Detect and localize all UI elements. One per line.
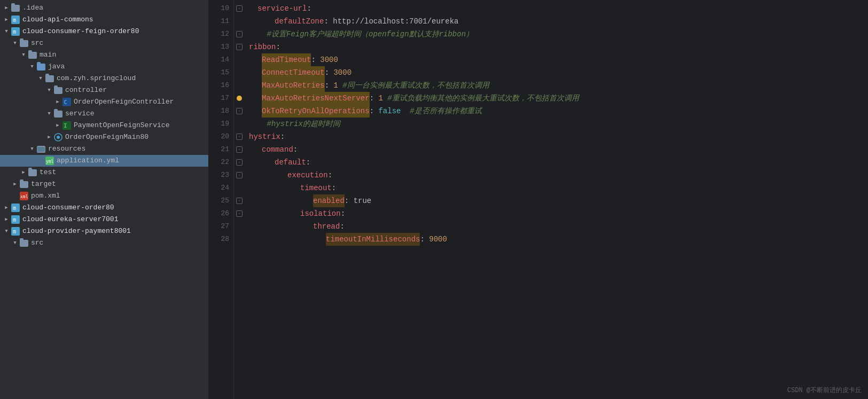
gutter-23[interactable]: - [234,169,245,182]
code-key-command: command [262,143,293,156]
sidebar-item-eureka-server7001[interactable]: ▶ m cloud-eureka-server7001 [0,214,208,225]
folder-icon-src2 [19,238,29,248]
code-key-enabled: enabled [313,194,345,207]
svg-text:m: m [13,205,16,211]
fold-icon-23[interactable]: - [236,172,243,178]
sidebar-label-main80: OrderOpenFeignMain80 [65,131,148,143]
sidebar-item-pom[interactable]: ▶ xml pom.xml [0,190,208,202]
code-colon-23: : [328,169,332,182]
code-val-defaultzone: http://localhost:7001/eureka [333,15,458,28]
arrow-src2: ▼ [11,237,19,249]
code-colon-14: : [311,53,320,66]
editor-gutter: - - - - - - - - - - [234,0,245,399]
folder-icon-idea [11,3,20,13]
sidebar-item-src2[interactable]: ▼ src [0,237,208,249]
sidebar-item-src[interactable]: ▼ src [0,37,208,49]
interface-icon-payment-service: I [62,121,72,130]
folder-icon-java [36,62,46,72]
arrow-provider-payment8001: ▼ [2,225,11,237]
code-colon-15: : [325,66,334,79]
file-tree[interactable]: ▶ .idea ▶ m cloud-api-commons ▼ m cloud-… [0,0,208,399]
folder-icon-src [19,38,29,48]
code-colon-13: : [276,41,280,53]
arrow-idea: ▶ [2,2,11,14]
gutter-21[interactable]: - [234,143,245,156]
svg-text:m: m [13,229,16,234]
sidebar-item-java[interactable]: ▼ java [0,61,208,73]
sidebar-item-main80[interactable]: ▶ OrderOpenFeignMain80 [0,131,208,143]
sidebar-item-idea[interactable]: ▶ .idea [0,2,208,14]
code-line-12: #设置Feign客户端超时时间（openfeign默认支持ribbon） [245,28,868,41]
svg-point-9 [57,136,60,139]
code-key-oktoretry: OkToRetryOnAllOperations [262,105,370,118]
svg-text:m: m [13,17,16,23]
gutter-18[interactable]: - [234,105,245,118]
gutter-13[interactable]: - [234,41,245,53]
code-line-19: #hystrix的超时时间 [245,118,868,130]
code-line-26: isolation: [245,207,868,220]
code-val-oktoretry: false [378,105,401,118]
sidebar-label-target: target [31,178,56,190]
gutter-10[interactable]: - [234,2,245,15]
code-colon-22: : [306,156,310,169]
gutter-20[interactable]: - [234,130,245,143]
module-icon-eureka: m [11,215,20,224]
fold-icon-25[interactable]: - [236,198,243,204]
fold-icon-12[interactable]: - [236,31,243,37]
sidebar-label-provider: cloud-provider-payment8001 [22,225,131,237]
svg-text:yml: yml [46,159,54,164]
fold-icon-10[interactable]: - [236,5,243,12]
arrow-order-controller: ▶ [53,96,62,108]
module-icon-api-commons: m [11,15,20,25]
fold-icon-21[interactable]: - [236,146,243,153]
gutter-16 [234,79,245,92]
sidebar-item-package[interactable]: ▼ com.zyh.springcloud [0,73,208,84]
gutter-22[interactable]: - [234,156,245,169]
gutter-25[interactable]: - [234,194,245,207]
sidebar-item-feign-order80[interactable]: ▼ m cloud-consumer-feign-order80 [0,26,208,37]
gutter-12[interactable]: - [234,28,245,41]
arrow-java: ▼ [28,61,36,73]
gutter-28 [234,233,245,246]
sidebar-item-cloud-api-commons[interactable]: ▶ m cloud-api-commons [0,14,208,26]
sidebar-item-resources[interactable]: ▼ resources [0,143,208,155]
code-key-ribbon: ribbon [249,41,276,53]
sidebar-item-provider-payment8001[interactable]: ▼ m cloud-provider-payment8001 [0,225,208,237]
svg-text:xml: xml [20,194,28,199]
svg-text:C: C [64,99,67,106]
sidebar-item-main[interactable]: ▼ main [0,49,208,61]
sidebar-item-payment-service[interactable]: ▶ I PaymentOpenFeignService [0,120,208,131]
fold-icon-22[interactable]: - [236,159,243,166]
code-content[interactable]: service-url: defaultZone: http://localho… [245,0,868,399]
sidebar-item-target[interactable]: ▶ target [0,178,208,190]
gutter-26[interactable]: - [234,207,245,220]
fold-icon-13[interactable]: - [236,44,243,50]
fold-icon-26[interactable]: - [236,210,243,217]
sidebar-label-consumer-order80: cloud-consumer-order80 [22,202,114,214]
sidebar-item-service[interactable]: ▼ service [0,108,208,120]
code-comment-18: #是否所有操作都重试 [410,105,481,118]
module-icon-provider: m [11,226,20,236]
code-cursor-18 [401,105,410,118]
code-colon-20: : [280,130,285,143]
sidebar-item-test[interactable]: ▶ test [0,167,208,178]
gutter-14 [234,53,245,66]
code-key-timeoutmillis: timeoutInMilliseconds [326,233,420,246]
fold-icon-20[interactable]: - [236,134,243,140]
gutter-17 [234,92,245,105]
sidebar-label-controller: controller [65,84,107,96]
sidebar-label-package: com.zyh.springcloud [57,73,136,84]
sidebar-item-controller[interactable]: ▼ controller [0,84,208,96]
sidebar-item-consumer-order80[interactable]: ▶ m cloud-consumer-order80 [0,202,208,214]
code-colon-26: : [341,207,345,220]
sidebar-item-order-controller[interactable]: ▶ C OrderOpenFeignController [0,96,208,108]
code-line-25: enabled: true [245,194,868,207]
arrow-eureka-server7001: ▶ [2,214,11,225]
code-key-default: default [275,156,306,169]
arrow-test: ▶ [19,167,28,178]
fold-icon-18[interactable]: - [236,108,243,114]
module-icon-consumer-order80: m [11,203,20,213]
sidebar-item-application-yml[interactable]: ▶ yml application.yml [0,155,208,167]
code-line-11: defaultZone: http://localhost:7001/eurek… [245,15,868,28]
watermark: CSDN @不断前进的皮卡丘 [787,386,862,395]
